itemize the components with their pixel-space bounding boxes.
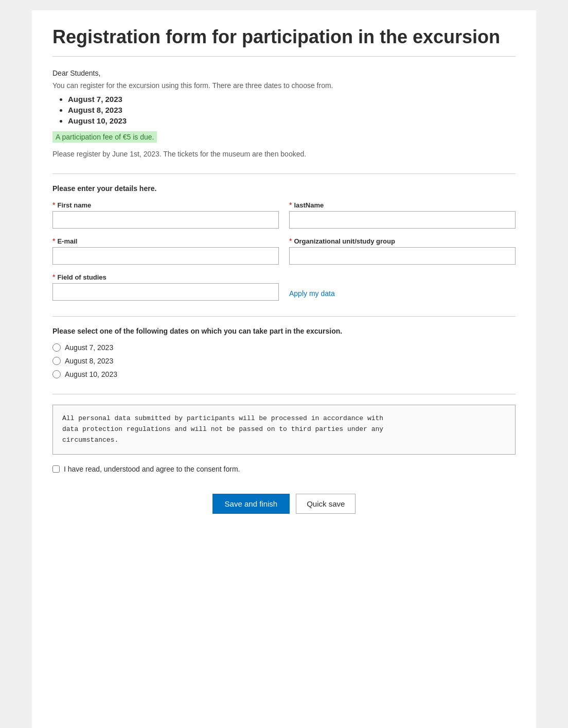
date-item-1: August 7, 2023: [68, 95, 516, 103]
org-unit-input[interactable]: [289, 247, 516, 265]
last-name-field: * lastName: [289, 201, 516, 229]
first-name-label-text: First name: [57, 201, 91, 209]
date-radio-1[interactable]: [52, 343, 61, 352]
email-field: * E-mail: [52, 237, 279, 265]
field-of-studies-field: * Field of studies: [52, 273, 279, 301]
deadline-text: Please register by June 1st, 2023. The t…: [52, 150, 516, 158]
date-selection-heading: Please select one of the following dates…: [52, 327, 516, 335]
email-required-star: *: [52, 237, 55, 245]
personal-details-section: Please enter your details here. * First …: [52, 184, 516, 301]
date-radio-2[interactable]: [52, 357, 61, 365]
fee-notice: A participation fee of €5 is due.: [52, 131, 157, 143]
date-label-3[interactable]: August 10, 2023: [65, 370, 117, 378]
org-unit-required-star: *: [289, 237, 292, 245]
email-input[interactable]: [52, 247, 279, 265]
section-divider-2: [52, 316, 516, 317]
email-label-text: E-mail: [57, 237, 77, 245]
email-org-row: * E-mail * Organizational unit/study gro…: [52, 237, 516, 265]
last-name-required-star: *: [289, 201, 292, 209]
intro-description: You can register for the excursion using…: [52, 81, 516, 90]
field-of-studies-label: * Field of studies: [52, 273, 279, 281]
date-selection-section: Please select one of the following dates…: [52, 327, 516, 378]
date-label-2[interactable]: August 8, 2023: [65, 357, 113, 365]
intro-section: Dear Students, You can register for the …: [52, 69, 516, 158]
date-item-2: August 8, 2023: [68, 106, 516, 114]
consent-check-row: I have read, understood and agree to the…: [52, 465, 516, 473]
page-title: Registration form for participation in t…: [52, 26, 516, 57]
field-of-studies-input[interactable]: [52, 283, 279, 301]
org-unit-field: * Organizational unit/study group: [289, 237, 516, 265]
field-of-studies-required-star: *: [52, 273, 55, 281]
quick-save-button[interactable]: Quick save: [296, 494, 356, 514]
consent-box: All personal data submitted by participa…: [52, 405, 516, 454]
section-divider-1: [52, 174, 516, 174]
consent-text: All personal data submitted by participa…: [62, 413, 506, 445]
page-container: Registration form for participation in t…: [32, 10, 536, 728]
org-unit-label-text: Organizational unit/study group: [294, 237, 395, 245]
date-option-3: August 10, 2023: [52, 370, 516, 378]
last-name-input[interactable]: [289, 211, 516, 229]
personal-details-heading: Please enter your details here.: [52, 184, 516, 193]
greeting-text: Dear Students,: [52, 69, 516, 77]
date-option-1: August 7, 2023: [52, 343, 516, 352]
first-name-label: * First name: [52, 201, 279, 209]
consent-check-label[interactable]: I have read, understood and agree to the…: [64, 465, 240, 473]
save-and-finish-button[interactable]: Save and finish: [212, 494, 290, 514]
consent-checkbox[interactable]: [52, 465, 60, 473]
last-name-label: * lastName: [289, 201, 516, 209]
section-divider-3: [52, 394, 516, 394]
field-of-studies-label-text: Field of studies: [57, 273, 106, 281]
date-option-2: August 8, 2023: [52, 357, 516, 365]
last-name-label-text: lastName: [294, 201, 324, 209]
dates-list: August 7, 2023 August 8, 2023 August 10,…: [68, 95, 516, 125]
apply-my-data-link[interactable]: Apply my data: [289, 289, 335, 301]
first-name-field: * First name: [52, 201, 279, 229]
date-label-1[interactable]: August 7, 2023: [65, 343, 113, 352]
field-of-studies-row: * Field of studies Apply my data: [52, 273, 516, 301]
button-row: Save and finish Quick save: [52, 494, 516, 514]
org-unit-label: * Organizational unit/study group: [289, 237, 516, 245]
first-name-input[interactable]: [52, 211, 279, 229]
name-row: * First name * lastName: [52, 201, 516, 229]
date-radio-3[interactable]: [52, 370, 61, 378]
first-name-required-star: *: [52, 201, 55, 209]
date-item-3: August 10, 2023: [68, 116, 516, 125]
email-label: * E-mail: [52, 237, 279, 245]
